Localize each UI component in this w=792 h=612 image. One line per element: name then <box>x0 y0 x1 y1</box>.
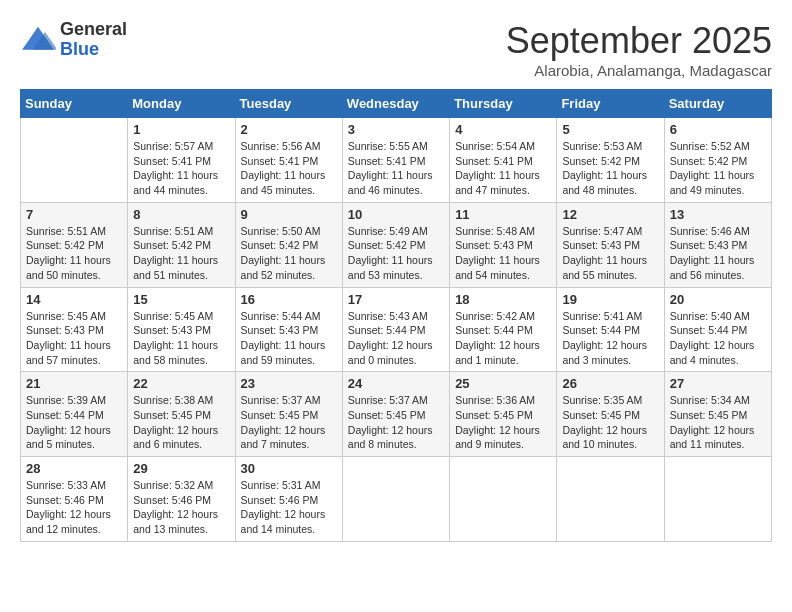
day-info: Sunrise: 5:33 AM Sunset: 5:46 PM Dayligh… <box>26 478 122 537</box>
day-info: Sunrise: 5:43 AM Sunset: 5:44 PM Dayligh… <box>348 309 444 368</box>
day-info: Sunrise: 5:39 AM Sunset: 5:44 PM Dayligh… <box>26 393 122 452</box>
day-number: 2 <box>241 122 337 137</box>
day-info: Sunrise: 5:32 AM Sunset: 5:46 PM Dayligh… <box>133 478 229 537</box>
calendar-cell: 27Sunrise: 5:34 AM Sunset: 5:45 PM Dayli… <box>664 372 771 457</box>
calendar-cell: 6Sunrise: 5:52 AM Sunset: 5:42 PM Daylig… <box>664 118 771 203</box>
logo: General Blue <box>20 20 127 60</box>
calendar-body: 1Sunrise: 5:57 AM Sunset: 5:41 PM Daylig… <box>21 118 772 542</box>
calendar-cell: 18Sunrise: 5:42 AM Sunset: 5:44 PM Dayli… <box>450 287 557 372</box>
calendar-cell <box>21 118 128 203</box>
calendar-cell: 30Sunrise: 5:31 AM Sunset: 5:46 PM Dayli… <box>235 457 342 542</box>
calendar-cell: 25Sunrise: 5:36 AM Sunset: 5:45 PM Dayli… <box>450 372 557 457</box>
calendar-cell: 29Sunrise: 5:32 AM Sunset: 5:46 PM Dayli… <box>128 457 235 542</box>
calendar-cell: 21Sunrise: 5:39 AM Sunset: 5:44 PM Dayli… <box>21 372 128 457</box>
day-info: Sunrise: 5:35 AM Sunset: 5:45 PM Dayligh… <box>562 393 658 452</box>
day-number: 11 <box>455 207 551 222</box>
day-info: Sunrise: 5:52 AM Sunset: 5:42 PM Dayligh… <box>670 139 766 198</box>
day-number: 7 <box>26 207 122 222</box>
day-info: Sunrise: 5:41 AM Sunset: 5:44 PM Dayligh… <box>562 309 658 368</box>
day-info: Sunrise: 5:37 AM Sunset: 5:45 PM Dayligh… <box>241 393 337 452</box>
calendar-cell: 26Sunrise: 5:35 AM Sunset: 5:45 PM Dayli… <box>557 372 664 457</box>
day-number: 28 <box>26 461 122 476</box>
calendar-cell: 19Sunrise: 5:41 AM Sunset: 5:44 PM Dayli… <box>557 287 664 372</box>
calendar-cell: 2Sunrise: 5:56 AM Sunset: 5:41 PM Daylig… <box>235 118 342 203</box>
calendar-cell: 9Sunrise: 5:50 AM Sunset: 5:42 PM Daylig… <box>235 202 342 287</box>
day-number: 15 <box>133 292 229 307</box>
day-info: Sunrise: 5:47 AM Sunset: 5:43 PM Dayligh… <box>562 224 658 283</box>
calendar-cell: 3Sunrise: 5:55 AM Sunset: 5:41 PM Daylig… <box>342 118 449 203</box>
header-wednesday: Wednesday <box>342 90 449 118</box>
day-info: Sunrise: 5:49 AM Sunset: 5:42 PM Dayligh… <box>348 224 444 283</box>
logo-icon <box>20 25 56 55</box>
day-info: Sunrise: 5:48 AM Sunset: 5:43 PM Dayligh… <box>455 224 551 283</box>
day-number: 6 <box>670 122 766 137</box>
day-info: Sunrise: 5:40 AM Sunset: 5:44 PM Dayligh… <box>670 309 766 368</box>
page-header: General Blue September 2025 Alarobia, An… <box>20 20 772 79</box>
calendar-cell: 22Sunrise: 5:38 AM Sunset: 5:45 PM Dayli… <box>128 372 235 457</box>
day-number: 18 <box>455 292 551 307</box>
header-saturday: Saturday <box>664 90 771 118</box>
location-subtitle: Alarobia, Analamanga, Madagascar <box>506 62 772 79</box>
header-thursday: Thursday <box>450 90 557 118</box>
day-info: Sunrise: 5:45 AM Sunset: 5:43 PM Dayligh… <box>26 309 122 368</box>
day-info: Sunrise: 5:50 AM Sunset: 5:42 PM Dayligh… <box>241 224 337 283</box>
day-info: Sunrise: 5:31 AM Sunset: 5:46 PM Dayligh… <box>241 478 337 537</box>
title-block: September 2025 Alarobia, Analamanga, Mad… <box>506 20 772 79</box>
day-number: 19 <box>562 292 658 307</box>
calendar-cell: 14Sunrise: 5:45 AM Sunset: 5:43 PM Dayli… <box>21 287 128 372</box>
day-info: Sunrise: 5:34 AM Sunset: 5:45 PM Dayligh… <box>670 393 766 452</box>
calendar-cell: 24Sunrise: 5:37 AM Sunset: 5:45 PM Dayli… <box>342 372 449 457</box>
day-number: 23 <box>241 376 337 391</box>
calendar-cell: 8Sunrise: 5:51 AM Sunset: 5:42 PM Daylig… <box>128 202 235 287</box>
day-info: Sunrise: 5:46 AM Sunset: 5:43 PM Dayligh… <box>670 224 766 283</box>
header-sunday: Sunday <box>21 90 128 118</box>
week-row-1: 1Sunrise: 5:57 AM Sunset: 5:41 PM Daylig… <box>21 118 772 203</box>
calendar-cell: 16Sunrise: 5:44 AM Sunset: 5:43 PM Dayli… <box>235 287 342 372</box>
day-info: Sunrise: 5:37 AM Sunset: 5:45 PM Dayligh… <box>348 393 444 452</box>
logo-blue-text: Blue <box>60 40 127 60</box>
day-number: 12 <box>562 207 658 222</box>
header-friday: Friday <box>557 90 664 118</box>
calendar-cell: 23Sunrise: 5:37 AM Sunset: 5:45 PM Dayli… <box>235 372 342 457</box>
calendar-cell: 11Sunrise: 5:48 AM Sunset: 5:43 PM Dayli… <box>450 202 557 287</box>
calendar-cell: 7Sunrise: 5:51 AM Sunset: 5:42 PM Daylig… <box>21 202 128 287</box>
calendar-header-row: SundayMondayTuesdayWednesdayThursdayFrid… <box>21 90 772 118</box>
day-number: 3 <box>348 122 444 137</box>
day-info: Sunrise: 5:54 AM Sunset: 5:41 PM Dayligh… <box>455 139 551 198</box>
day-number: 1 <box>133 122 229 137</box>
calendar-table: SundayMondayTuesdayWednesdayThursdayFrid… <box>20 89 772 542</box>
header-tuesday: Tuesday <box>235 90 342 118</box>
day-number: 13 <box>670 207 766 222</box>
header-monday: Monday <box>128 90 235 118</box>
calendar-cell: 5Sunrise: 5:53 AM Sunset: 5:42 PM Daylig… <box>557 118 664 203</box>
day-number: 9 <box>241 207 337 222</box>
day-number: 20 <box>670 292 766 307</box>
week-row-3: 14Sunrise: 5:45 AM Sunset: 5:43 PM Dayli… <box>21 287 772 372</box>
day-number: 22 <box>133 376 229 391</box>
calendar-cell: 10Sunrise: 5:49 AM Sunset: 5:42 PM Dayli… <box>342 202 449 287</box>
day-number: 29 <box>133 461 229 476</box>
day-number: 26 <box>562 376 658 391</box>
day-number: 30 <box>241 461 337 476</box>
day-info: Sunrise: 5:53 AM Sunset: 5:42 PM Dayligh… <box>562 139 658 198</box>
day-info: Sunrise: 5:51 AM Sunset: 5:42 PM Dayligh… <box>133 224 229 283</box>
day-info: Sunrise: 5:56 AM Sunset: 5:41 PM Dayligh… <box>241 139 337 198</box>
day-number: 10 <box>348 207 444 222</box>
calendar-cell: 13Sunrise: 5:46 AM Sunset: 5:43 PM Dayli… <box>664 202 771 287</box>
day-info: Sunrise: 5:44 AM Sunset: 5:43 PM Dayligh… <box>241 309 337 368</box>
day-number: 8 <box>133 207 229 222</box>
day-info: Sunrise: 5:42 AM Sunset: 5:44 PM Dayligh… <box>455 309 551 368</box>
calendar-cell: 20Sunrise: 5:40 AM Sunset: 5:44 PM Dayli… <box>664 287 771 372</box>
day-info: Sunrise: 5:55 AM Sunset: 5:41 PM Dayligh… <box>348 139 444 198</box>
day-number: 21 <box>26 376 122 391</box>
month-title: September 2025 <box>506 20 772 62</box>
calendar-cell <box>342 457 449 542</box>
calendar-cell <box>664 457 771 542</box>
logo-general-text: General <box>60 20 127 40</box>
day-number: 27 <box>670 376 766 391</box>
day-number: 24 <box>348 376 444 391</box>
day-info: Sunrise: 5:51 AM Sunset: 5:42 PM Dayligh… <box>26 224 122 283</box>
day-number: 5 <box>562 122 658 137</box>
day-info: Sunrise: 5:38 AM Sunset: 5:45 PM Dayligh… <box>133 393 229 452</box>
day-number: 14 <box>26 292 122 307</box>
